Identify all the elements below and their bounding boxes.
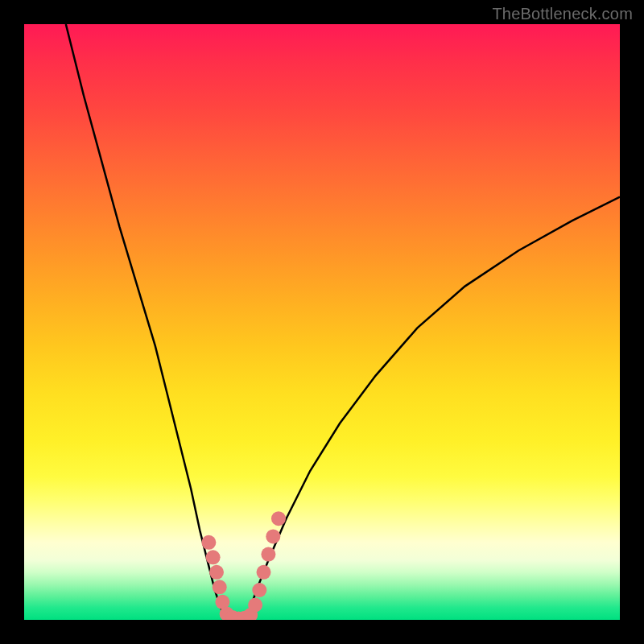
marker-dot (252, 583, 266, 597)
marker-dot (257, 565, 271, 580)
marker-dot (201, 535, 216, 550)
watermark-text: TheBottleneck.com (492, 5, 633, 23)
marker-dot (248, 598, 262, 613)
marker-dot (206, 550, 221, 564)
marker-dot (261, 547, 275, 562)
plot-area (24, 24, 620, 620)
marker-dot (213, 580, 227, 594)
marker-dot (266, 529, 280, 543)
marker-dot (271, 511, 286, 526)
chart-frame: TheBottleneck.com (0, 0, 644, 644)
highlight-dots (201, 511, 286, 620)
marker-dot (209, 565, 224, 580)
markers-layer (24, 24, 620, 620)
